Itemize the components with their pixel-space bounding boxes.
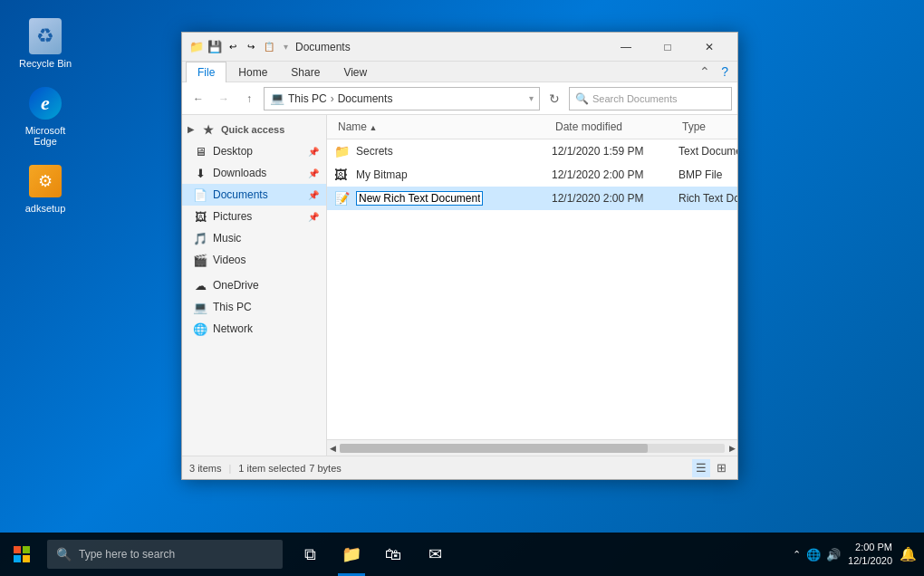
microsoft-edge-icon[interactable]: e Microsoft Edge (14, 85, 77, 147)
title-properties[interactable]: 📋 (262, 40, 276, 54)
sidebar-item-pictures[interactable]: 🖼 Pictures 📌 (182, 206, 326, 227)
store-taskbar-icon: 🛍 (385, 545, 401, 564)
desktop-pin-icon: 📌 (308, 147, 319, 157)
file-row-rich-text[interactable]: 📝 12/1/2020 2:00 PM Rich Text Document 1… (327, 187, 737, 210)
path-dropdown-arrow[interactable]: ▾ (529, 93, 534, 103)
recycle-bin-icon[interactable]: Recycle Bin (14, 18, 77, 69)
title-bar: 📁 💾 ↩ ↪ 📋 ▾ Documents — □ ✕ (182, 33, 737, 62)
up-button[interactable]: ↑ (238, 88, 260, 110)
title-undo[interactable]: ↩ (226, 40, 240, 54)
adksetup-icon[interactable]: ⚙ adksetup (14, 163, 77, 214)
tab-home[interactable]: Home (226, 62, 279, 82)
taskbar-items: ⧉ 📁 🛍 ✉ (290, 533, 455, 576)
col-date[interactable]: Date modified (552, 119, 679, 135)
file-panel: Name Date modified Type Size 📁 Secrets 1… (327, 115, 737, 456)
taskbar-search[interactable]: 🔍 Type here to search (47, 540, 283, 569)
bitmap-file-icon: 🖼 (334, 168, 351, 182)
store-taskbar-btn[interactable]: 🛍 (373, 533, 413, 576)
scrollbar-track[interactable] (340, 444, 725, 453)
sidebar-item-documents[interactable]: 📄 Documents 📌 (182, 184, 326, 206)
refresh-button[interactable]: ↻ (544, 88, 565, 110)
close-button[interactable]: ✕ (688, 34, 730, 61)
path-documents[interactable]: Documents (338, 92, 393, 105)
search-placeholder: Search Documents (592, 93, 678, 104)
task-view-icon: ⧉ (304, 545, 316, 564)
notifications-icon[interactable]: 🔔 (900, 546, 917, 562)
explorer-content: ▶ ★ Quick access 🖥 Desktop 📌 ⬇ Downloads… (182, 115, 737, 456)
onedrive-sidebar-icon: ☁ (193, 278, 207, 293)
network-sidebar-label: Network (213, 322, 253, 335)
path-sep-1: › (331, 92, 334, 105)
search-box[interactable]: 🔍 Search Documents (569, 87, 732, 110)
sidebar-item-videos[interactable]: 🎬 Videos (182, 249, 326, 271)
mail-taskbar-icon: ✉ (428, 544, 442, 564)
sidebar-item-this-pc[interactable]: 💻 This PC (182, 296, 326, 318)
help-button[interactable]: ? (716, 62, 734, 82)
maximize-button[interactable]: □ (647, 34, 688, 61)
tab-share[interactable]: Share (279, 62, 332, 82)
status-bar: 3 items | 1 item selected 7 bytes ☰ ⊞ (182, 456, 737, 479)
quick-access-icon: ★ (201, 122, 216, 137)
address-path[interactable]: 💻 This PC › Documents ▾ (264, 87, 540, 110)
scroll-right-btn[interactable]: ▶ (727, 441, 737, 456)
path-this-pc[interactable]: This PC (288, 92, 327, 105)
title-quick-save[interactable]: 💾 (207, 40, 222, 54)
scroll-left-btn[interactable]: ◀ (327, 441, 338, 456)
file-date-bitmap: 12/1/2020 2:00 PM (552, 168, 679, 181)
sidebar-item-desktop[interactable]: 🖥 Desktop 📌 (182, 140, 326, 162)
file-row-secrets[interactable]: 📁 Secrets 12/1/2020 1:59 PM Text Documen… (327, 139, 737, 163)
microsoft-edge-label: Microsoft Edge (14, 125, 77, 147)
forward-button[interactable]: → (213, 88, 235, 110)
explorer-window: 📁 💾 ↩ ↪ 📋 ▾ Documents — □ ✕ File Home Sh… (181, 32, 738, 480)
task-view-button[interactable]: ⧉ (290, 533, 330, 576)
file-row-bitmap[interactable]: 🖼 My Bitmap 12/1/2020 2:00 PM BMP File 0… (327, 163, 737, 187)
tray-network-icon: 🌐 (806, 548, 821, 562)
sidebar-item-music[interactable]: 🎵 Music (182, 227, 326, 249)
desktop-sidebar-label: Desktop (213, 145, 253, 158)
horizontal-scrollbar[interactable]: ◀ ▶ (327, 439, 737, 456)
col-type[interactable]: Type (679, 119, 737, 135)
title-dropdown-arrow[interactable]: ▾ (284, 42, 288, 52)
music-sidebar-icon: 🎵 (193, 231, 207, 245)
documents-sidebar-icon: 📄 (193, 187, 207, 202)
tray-volume-icon[interactable]: 🔊 (826, 548, 841, 562)
status-selected: 1 item selected (238, 463, 305, 474)
start-button[interactable] (0, 533, 43, 576)
mail-taskbar-btn[interactable]: ✉ (415, 533, 455, 576)
sidebar-item-downloads[interactable]: ⬇ Downloads 📌 (182, 162, 326, 184)
rich-text-file-icon: 📝 (334, 191, 351, 206)
taskbar-search-icon: 🔍 (56, 547, 72, 562)
file-explorer-taskbar-btn[interactable]: 📁 (332, 533, 371, 576)
ribbon-expand-btn[interactable]: ⌃ (694, 62, 716, 82)
title-redo[interactable]: ↪ (244, 40, 258, 54)
sidebar-item-network[interactable]: 🌐 Network (182, 318, 326, 340)
network-sidebar-icon: 🌐 (193, 322, 207, 336)
sidebar-item-onedrive[interactable]: ☁ OneDrive (182, 274, 326, 296)
details-view-btn[interactable]: ☰ (692, 459, 710, 477)
tab-view[interactable]: View (332, 62, 379, 82)
status-divider-1: | (228, 463, 231, 474)
file-type-rich-text: Rich Text Document (679, 192, 737, 205)
large-icons-view-btn[interactable]: ⊞ (712, 459, 730, 477)
onedrive-sidebar-label: OneDrive (213, 279, 259, 292)
minimize-button[interactable]: — (605, 34, 647, 61)
taskbar-system: ⌃ 🌐 🔊 2:00 PM 12/1/2020 🔔 (793, 541, 924, 569)
taskbar-clock[interactable]: 2:00 PM 12/1/2020 (848, 541, 892, 569)
downloads-sidebar-icon: ⬇ (193, 166, 207, 180)
secrets-file-icon: 📁 (334, 144, 351, 158)
taskbar-date: 12/1/2020 (848, 554, 892, 568)
sidebar-section-quick-access[interactable]: ▶ ★ Quick access (182, 119, 326, 140)
back-button[interactable]: ← (188, 88, 209, 110)
file-name-rich-text: 📝 (334, 191, 552, 206)
downloads-pin-icon: 📌 (308, 168, 319, 178)
window-title: Documents (295, 41, 605, 53)
tab-file[interactable]: File (186, 62, 226, 82)
file-type-secrets: Text Document (679, 145, 737, 158)
pictures-pin-icon: 📌 (308, 212, 319, 222)
status-size: 7 bytes (309, 463, 341, 474)
file-list[interactable]: Name Date modified Type Size 📁 Secrets 1… (327, 115, 737, 439)
tray-chevron[interactable]: ⌃ (793, 549, 801, 561)
scrollbar-thumb[interactable] (340, 444, 648, 453)
col-name[interactable]: Name (334, 119, 552, 135)
rename-input[interactable] (356, 191, 483, 206)
